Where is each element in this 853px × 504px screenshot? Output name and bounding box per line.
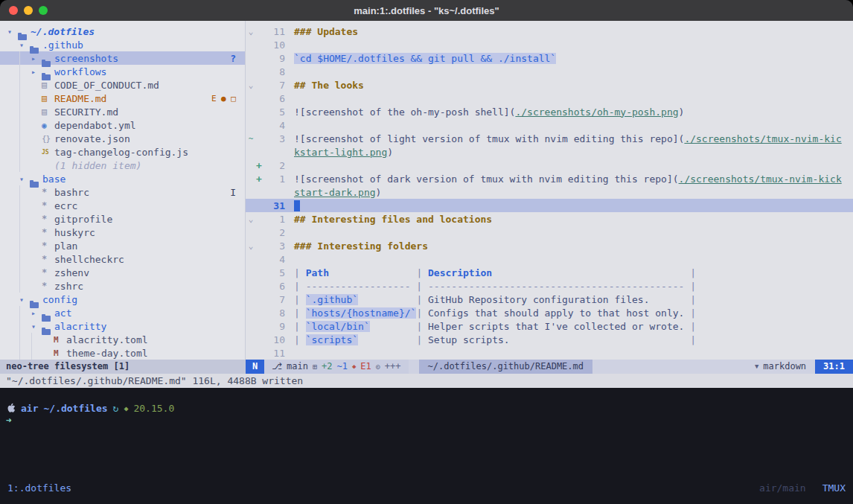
tree-item[interactable]: ▤README.mdE ● □	[0, 92, 245, 105]
indent-guide	[19, 159, 31, 172]
syntax-segment	[358, 294, 416, 305]
syntax-segment: |	[294, 321, 306, 332]
tree-item[interactable]: {}renovate.json	[0, 132, 245, 145]
tree-item[interactable]: *gitprofile	[0, 212, 245, 226]
tree-item[interactable]: ▾alacritty	[0, 319, 245, 333]
fold-icon[interactable]: ⌄	[246, 241, 256, 251]
editor-line[interactable]: 11	[246, 346, 853, 360]
editor-line[interactable]: ⌄3### Interesting folders	[246, 239, 853, 252]
syntax-segment: |	[690, 294, 696, 305]
editor-line[interactable]: 8| `hosts/{hostname}/`| Configs that sho…	[246, 306, 853, 319]
editor-line[interactable]: ~3![screenshot of light version of tmux …	[246, 132, 853, 145]
chevron-icon[interactable]: ▸	[31, 309, 42, 317]
chevron-icon[interactable]: ▾	[7, 28, 18, 36]
syntax-segment	[358, 334, 416, 345]
syntax-segment: |	[416, 294, 428, 305]
editor-line[interactable]: 2	[246, 226, 853, 239]
tree-item[interactable]: ▾config	[0, 293, 245, 306]
gitsign-added: +	[256, 173, 266, 185]
line-number: 10	[266, 39, 285, 51]
indent-guide	[7, 78, 19, 92]
chevron-icon[interactable]: ▸	[31, 68, 42, 76]
tree-item[interactable]: *ecrc	[0, 199, 245, 212]
editor-line[interactable]: 8	[246, 65, 853, 78]
window-controls	[9, 6, 48, 15]
line-number: 4	[266, 120, 285, 131]
gitsign-changed[interactable]: ~	[246, 134, 256, 144]
chevron-icon[interactable]: ▾	[19, 175, 30, 183]
indent-guide	[7, 118, 19, 132]
neotree[interactable]: ▾~/.dotfiles▾.github▸screenshots?▸workfl…	[0, 21, 246, 360]
editor-line[interactable]: +1![screenshot of dark version of tmux w…	[246, 172, 853, 185]
line-number: 2	[266, 227, 285, 238]
syntax-segment: )	[376, 187, 382, 198]
shell-pane[interactable]: air ~/.dotfiles ↻ ◆ 20.15.0 ➜ 1:.dotfile…	[0, 388, 853, 504]
line-number: 7	[266, 294, 285, 305]
tree-item[interactable]: (1 hidden item)	[0, 159, 245, 172]
editor-line[interactable]: 5| Path | Description |	[246, 266, 853, 279]
line-number: 31	[266, 200, 285, 211]
tree-item[interactable]: ◉dependabot.yml	[0, 118, 245, 132]
tree-item[interactable]: ▤CODE_OF_CONDUCT.md	[0, 78, 245, 92]
tree-item[interactable]: *plan	[0, 239, 245, 252]
tree-item[interactable]: *zshrc	[0, 279, 245, 293]
editor-line[interactable]: start-dark.png)	[246, 185, 853, 199]
editor-line[interactable]: 6	[246, 92, 853, 105]
indent-guide	[7, 159, 19, 172]
indent-guide	[7, 212, 19, 226]
editor-line[interactable]: 9`cd $HOME/.dotfiles && git pull && ./in…	[246, 51, 853, 65]
editor-line[interactable]: 9| `local/bin` | Helper scripts that I'v…	[246, 319, 853, 333]
tree-item[interactable]: ▸workflows	[0, 65, 245, 78]
editor-line[interactable]: 10	[246, 38, 853, 51]
syntax-segment: ./screenshots/tmux-nvim-kick	[679, 173, 842, 185]
prompt-hostname: air	[21, 403, 38, 414]
tree-item[interactable]: ▾.github	[0, 38, 245, 51]
indent-guide	[7, 65, 19, 78]
tree-item[interactable]: Malacritty.toml	[0, 333, 245, 346]
prompt-arrow[interactable]: ➜	[6, 415, 853, 428]
tree-item[interactable]: Mtheme-day.toml	[0, 346, 245, 360]
editor-line[interactable]: 5![screenshot of the oh-my-posh shell](.…	[246, 105, 853, 118]
indent-guide	[7, 105, 19, 118]
chevron-icon[interactable]: ▾	[19, 41, 30, 49]
filetype-indicator: ▼ markdown	[746, 360, 815, 374]
editor-line[interactable]: 10| `scripts` | Setup scripts. |	[246, 333, 853, 346]
close-button[interactable]	[9, 6, 18, 15]
titlebar[interactable]: main:1:.dotfiles - "ks~/.dotfiles"	[0, 0, 853, 21]
syntax-segment: `scripts`	[306, 334, 358, 345]
fold-icon[interactable]: ⌄	[246, 80, 256, 90]
fold-icon[interactable]: ⌄	[246, 27, 256, 36]
editor-line[interactable]: 4	[246, 118, 853, 132]
tree-item[interactable]: ▤SECURITY.md	[0, 105, 245, 118]
editor-line[interactable]: ⌄11### Updates	[246, 25, 853, 38]
editor-line[interactable]: +2	[246, 159, 853, 172]
editor-buffer[interactable]: ⌄11### Updates109`cd $HOME/.dotfiles && …	[246, 21, 853, 360]
tree-item[interactable]: JStag-changelog-config.js	[0, 145, 245, 159]
editor-line[interactable]: 6| ------------------ | ----------------…	[246, 279, 853, 293]
fold-icon[interactable]: ⌄	[246, 214, 256, 224]
editor-line[interactable]: 7| `.github` | GitHub Repository configu…	[246, 293, 853, 306]
editor-line[interactable]: 31	[246, 199, 853, 212]
minimize-button[interactable]	[24, 6, 33, 15]
chevron-icon[interactable]: ▾	[31, 322, 42, 331]
tree-item[interactable]: ▾~/.dotfiles	[0, 25, 245, 38]
editor-line[interactable]: ⌄7## The looks	[246, 78, 853, 92]
tree-item-label: alacritty	[54, 321, 106, 332]
editor-line[interactable]: ⌄1## Interesting files and locations	[246, 212, 853, 226]
tmux-window-tab[interactable]: 1:.dotfiles	[7, 482, 71, 494]
tree-item[interactable]: ▾base	[0, 172, 245, 185]
chevron-icon[interactable]: ▾	[19, 296, 30, 304]
editor-line[interactable]: kstart-light.png)	[246, 145, 853, 159]
tree-item[interactable]: *shellcheckrc	[0, 252, 245, 266]
status-row: neo-tree filesystem [1] N ⎇ main ⊞ +2 ~1…	[0, 360, 853, 374]
indent-guide	[7, 333, 19, 346]
tree-item[interactable]: *huskyrc	[0, 226, 245, 239]
line-text: | Path | Description |	[294, 267, 696, 278]
indent-guide	[7, 172, 19, 185]
statusline-fill	[592, 360, 746, 374]
zoom-button[interactable]	[39, 6, 48, 15]
editor-line[interactable]: 4	[246, 252, 853, 266]
git-sync-icon: ↻	[113, 403, 119, 414]
tree-item[interactable]: *zshenv	[0, 266, 245, 279]
chevron-icon[interactable]: ▸	[31, 54, 42, 63]
